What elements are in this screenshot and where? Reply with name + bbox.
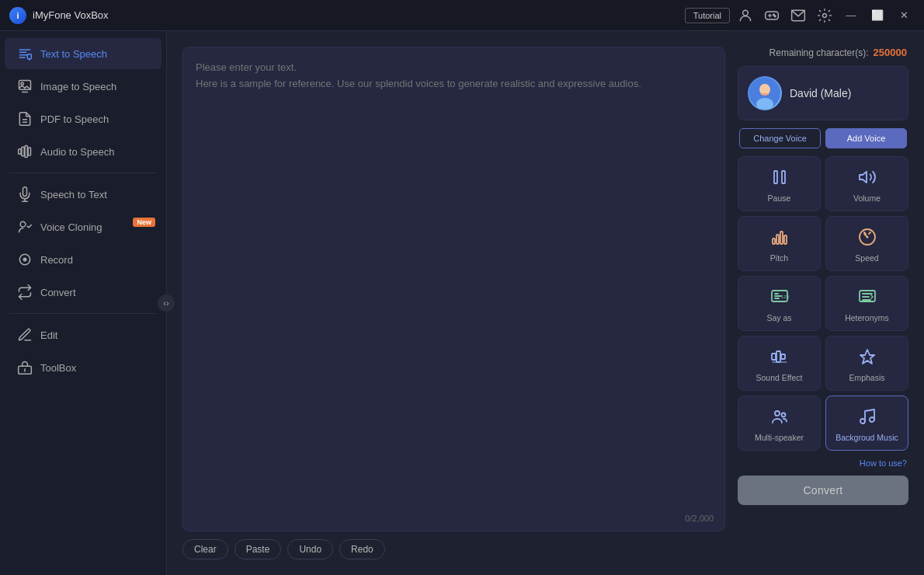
toolbox-icon <box>17 360 33 375</box>
heteronyms-label: Heteronyms <box>845 313 889 322</box>
record-icon <box>17 252 33 267</box>
svg-rect-37 <box>772 354 776 360</box>
feature-heteronyms[interactable]: Heteronyms <box>825 276 908 331</box>
remaining-count: 250000 <box>874 47 907 58</box>
background-music-label: Backgroud Music <box>835 433 898 442</box>
voice-name: David (Male) <box>790 87 851 99</box>
redo-button[interactable]: Redo <box>339 539 385 559</box>
svg-point-42 <box>860 419 865 423</box>
text-input[interactable] <box>196 60 712 518</box>
speed-icon <box>855 225 880 249</box>
pause-icon <box>767 165 792 190</box>
voice-card: David (Male) <box>738 66 908 120</box>
say-as-icon: 123 <box>767 284 792 309</box>
sidebar-label-convert: Convert <box>40 287 76 298</box>
feature-say-as[interactable]: 123 Say as <box>738 276 821 331</box>
svg-text:123: 123 <box>781 294 789 299</box>
sidebar-item-toolbox[interactable]: ToolBox <box>5 352 162 383</box>
tutorial-button[interactable]: Tutorial <box>685 8 730 23</box>
title-bar-actions: Tutorial — ⬜ ✕ <box>685 5 915 26</box>
svg-rect-38 <box>776 351 780 362</box>
feature-background-music[interactable]: Backgroud Music <box>825 396 908 451</box>
sidebar-label-audio-to-speech: Audio to Speech <box>40 146 114 158</box>
features-grid: Pause Volume Pitch <box>738 156 908 451</box>
svg-rect-29 <box>773 239 775 244</box>
feature-sound-effect[interactable]: Sound Effect <box>738 336 821 391</box>
voice-cloning-icon <box>17 219 33 235</box>
sidebar-item-record[interactable]: Record <box>5 244 162 275</box>
feature-pitch[interactable]: Pitch <box>738 216 821 271</box>
new-badge: New <box>133 218 155 227</box>
svg-point-3 <box>774 16 776 17</box>
feature-multi-speaker[interactable]: Multi-speaker <box>738 396 821 451</box>
app-body: Text to Speech Image to Speech PDF to Sp… <box>0 31 924 575</box>
background-music-icon <box>855 404 880 429</box>
sidebar-item-pdf-to-speech[interactable]: PDF to Speech <box>5 103 162 134</box>
sidebar-label-speech-to-text: Speech to Text <box>40 189 107 200</box>
close-button[interactable]: ✕ <box>893 5 915 26</box>
image-to-speech-icon <box>17 78 33 94</box>
maximize-button[interactable]: ⬜ <box>867 5 888 26</box>
text-to-speech-icon <box>17 46 33 61</box>
multi-speaker-icon <box>767 404 792 429</box>
gamepad-icon[interactable] <box>761 5 783 26</box>
change-voice-button[interactable]: Change Voice <box>739 128 821 148</box>
sidebar-item-voice-cloning[interactable]: Voice Cloning New <box>5 211 162 242</box>
char-count: 0/2,000 <box>685 514 714 523</box>
add-voice-button[interactable]: Add Voice <box>825 128 907 148</box>
svg-point-19 <box>23 258 27 262</box>
edit-icon <box>17 327 33 343</box>
sidebar-collapse-button[interactable]: ‹› <box>158 294 175 312</box>
svg-point-40 <box>775 411 780 416</box>
undo-button[interactable]: Undo <box>287 539 333 559</box>
svg-rect-6 <box>27 54 31 59</box>
pitch-icon <box>767 225 792 249</box>
sidebar-item-convert[interactable]: Convert <box>5 277 162 308</box>
remaining-label: Remaining character(s): <box>769 47 869 58</box>
svg-marker-28 <box>860 172 867 183</box>
pdf-to-speech-icon <box>17 111 33 127</box>
title-bar: i iMyFone VoxBox Tutorial — ⬜ ✕ <box>0 0 924 31</box>
feature-volume[interactable]: Volume <box>825 156 908 211</box>
feature-pause[interactable]: Pause <box>738 156 821 211</box>
minimize-button[interactable]: — <box>840 5 862 26</box>
sound-effect-icon <box>767 344 792 369</box>
sidebar-label-voice-cloning: Voice Cloning <box>40 221 102 233</box>
sound-effect-label: Sound Effect <box>756 373 803 382</box>
how-to-use-link[interactable]: How to use? <box>738 458 908 468</box>
clear-button[interactable]: Clear <box>182 539 228 559</box>
sidebar-item-text-to-speech[interactable]: Text to Speech <box>5 38 162 69</box>
sidebar-item-image-to-speech[interactable]: Image to Speech <box>5 71 162 102</box>
volume-icon <box>855 165 880 190</box>
svg-rect-27 <box>782 171 785 183</box>
pitch-label: Pitch <box>770 253 788 263</box>
mail-icon[interactable] <box>787 5 809 26</box>
sidebar-item-speech-to-text[interactable]: Speech to Text <box>5 179 162 210</box>
settings-icon[interactable] <box>814 5 835 26</box>
account-icon[interactable] <box>735 5 756 26</box>
sidebar-item-edit[interactable]: Edit <box>5 319 162 350</box>
sidebar-label-text-to-speech: Text to Speech <box>40 48 107 60</box>
content-area: 0/2,000 Clear Paste Undo Redo Remaining … <box>167 31 924 575</box>
multi-speaker-label: Multi-speaker <box>755 433 804 442</box>
editor-buttons: Clear Paste Undo Redo <box>182 539 725 559</box>
sidebar-label-image-to-speech: Image to Speech <box>40 81 116 92</box>
pause-label: Pause <box>768 193 791 203</box>
svg-rect-13 <box>25 146 27 158</box>
feature-emphasis[interactable]: Emphasis <box>825 336 908 391</box>
svg-point-5 <box>823 13 827 17</box>
audio-to-speech-icon <box>17 144 33 159</box>
emphasis-label: Emphasis <box>849 373 884 382</box>
sidebar-item-audio-to-speech[interactable]: Audio to Speech <box>5 136 162 167</box>
paste-button[interactable]: Paste <box>234 539 282 559</box>
say-as-label: Say as <box>766 313 791 322</box>
text-editor: 0/2,000 <box>182 47 725 531</box>
svg-rect-39 <box>781 354 785 359</box>
svg-point-17 <box>20 221 26 227</box>
feature-speed[interactable]: Speed <box>825 216 908 271</box>
svg-rect-32 <box>784 235 787 244</box>
svg-point-33 <box>866 236 868 239</box>
speech-to-text-icon <box>17 186 33 202</box>
svg-rect-1 <box>766 12 779 19</box>
convert-button[interactable]: Convert <box>738 476 908 505</box>
